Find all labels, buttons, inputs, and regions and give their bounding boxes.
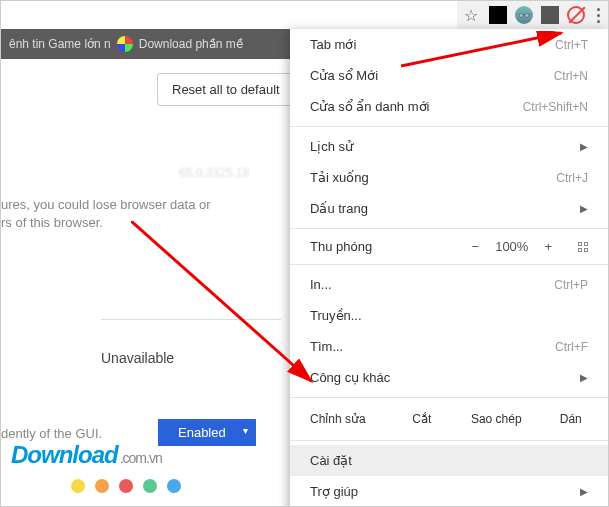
- zoom-in-button[interactable]: +: [544, 239, 552, 254]
- chevron-right-icon: ▶: [580, 486, 588, 497]
- menu-new-tab[interactable]: Tab mớiCtrl+T: [290, 29, 608, 60]
- extension-icon-1[interactable]: [489, 6, 507, 24]
- menu-downloads[interactable]: Tải xuốngCtrl+J: [290, 162, 608, 193]
- fullscreen-icon[interactable]: [578, 242, 588, 252]
- gui-text: dently of the GUI.: [1, 426, 102, 441]
- menu-copy[interactable]: Sao chép: [459, 408, 534, 430]
- menu-help[interactable]: Trợ giúp▶: [290, 476, 608, 507]
- menu-edit-row: Chỉnh sửa Cắt Sao chép Dán: [290, 402, 608, 436]
- download-logo: Download.com.vn: [11, 441, 162, 469]
- zoom-out-button[interactable]: −: [472, 239, 480, 254]
- reset-all-button[interactable]: Reset all to default: [157, 73, 295, 106]
- chrome-main-menu: Tab mớiCtrl+T Cửa sổ MớiCtrl+N Cửa sổ ẩn…: [290, 29, 608, 507]
- extension-icon-2[interactable]: [515, 6, 533, 24]
- menu-settings[interactable]: Cài đặt: [290, 445, 608, 476]
- unavailable-label: Unavailable: [101, 319, 281, 366]
- chrome-menu-button[interactable]: [593, 4, 604, 27]
- menu-cast[interactable]: Truyền...: [290, 300, 608, 331]
- menu-zoom: Thu phóng − 100% +: [290, 233, 608, 260]
- version-text: 65.0.3325.18: [179, 166, 249, 180]
- chrome-favicon-icon: [117, 36, 133, 52]
- chevron-right-icon: ▶: [580, 141, 588, 152]
- menu-paste[interactable]: Dán: [534, 408, 609, 430]
- blocker-icon[interactable]: [567, 6, 585, 24]
- extension-icon-3[interactable]: [541, 6, 559, 24]
- menu-print[interactable]: In...Ctrl+P: [290, 269, 608, 300]
- menu-history[interactable]: Lịch sử▶: [290, 131, 608, 162]
- bookmark-star-icon[interactable]: ☆: [461, 5, 481, 25]
- chevron-right-icon: ▶: [580, 372, 588, 383]
- menu-bookmarks[interactable]: Dấu trang▶: [290, 193, 608, 224]
- menu-incognito[interactable]: Cửa sổ ẩn danh mớiCtrl+Shift+N: [290, 91, 608, 122]
- menu-find[interactable]: Tìm...Ctrl+F: [290, 331, 608, 362]
- menu-cut[interactable]: Cắt: [385, 408, 460, 430]
- chevron-right-icon: ▶: [580, 203, 588, 214]
- logo-dots: [71, 479, 181, 493]
- bookmark-item[interactable]: ênh tin Game lớn n: [9, 37, 111, 51]
- menu-more-tools[interactable]: Công cụ khác▶: [290, 362, 608, 393]
- browser-toolbar: ☆: [457, 1, 608, 29]
- zoom-value: 100%: [495, 239, 528, 254]
- warning-text: ures, you could lose browser data or rs …: [1, 196, 281, 232]
- enabled-dropdown[interactable]: Enabled: [158, 419, 256, 446]
- bookmark-item[interactable]: Download phần mề: [139, 37, 243, 51]
- bookmarks-bar: ênh tin Game lớn n Download phần mề: [1, 29, 291, 59]
- menu-new-window[interactable]: Cửa sổ MớiCtrl+N: [290, 60, 608, 91]
